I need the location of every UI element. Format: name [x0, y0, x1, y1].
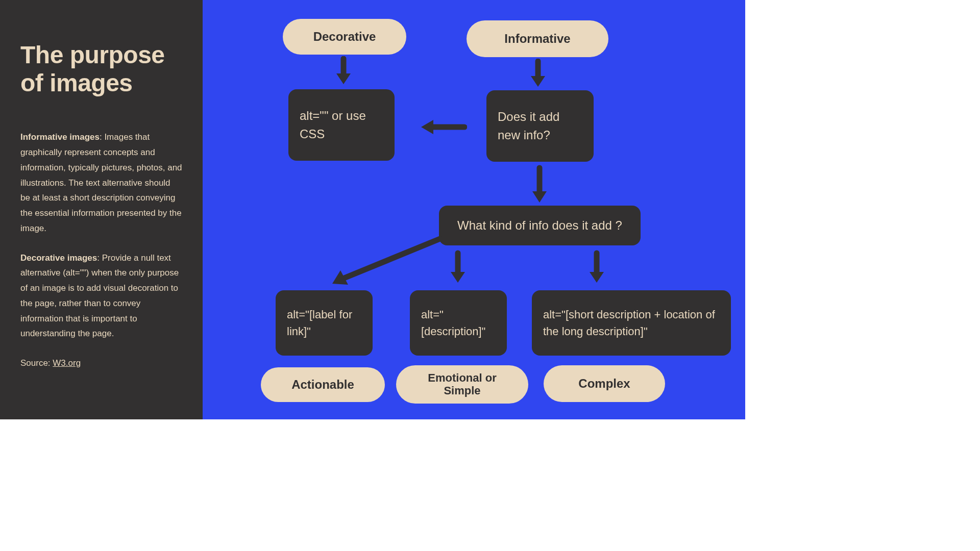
decorative-text: : Provide a null text alternative (alt="…: [20, 253, 179, 339]
arrow-down-icon: [448, 250, 468, 286]
box-actionable-alt: alt="[label for link]": [276, 290, 373, 356]
pill-emotional: Emotional or Simple: [396, 365, 528, 404]
box-complex-alt: alt="[short description + location of th…: [532, 290, 731, 356]
pill-complex: Complex: [544, 365, 665, 402]
decorative-label: Decorative images: [20, 253, 97, 263]
arrow-down-icon: [586, 250, 607, 286]
pill-actionable: Actionable: [261, 367, 385, 402]
decorative-paragraph: Decorative images: Provide a null text a…: [20, 251, 182, 342]
box-add-info: Does it add new info?: [486, 90, 594, 162]
informative-text: : Images that graphically represent conc…: [20, 132, 182, 233]
source-link[interactable]: W3.org: [53, 358, 81, 368]
pill-informative: Informative: [467, 20, 608, 57]
informative-label: Informative images: [20, 132, 100, 142]
informative-paragraph: Informative images: Images that graphica…: [20, 130, 182, 236]
arrow-left-icon: [416, 117, 467, 137]
source-label: Source:: [20, 358, 53, 368]
arrow-down-icon: [528, 59, 548, 89]
box-emotional-alt: alt="[description]": [410, 290, 507, 356]
source-paragraph: Source: W3.org: [20, 356, 182, 371]
box-what-kind: What kind of info does it add ?: [439, 206, 641, 245]
arrow-down-icon: [529, 165, 550, 206]
diagram-canvas: Decorative Informative alt="" or use CSS…: [203, 0, 745, 419]
sidebar: The purpose of images Informative images…: [0, 0, 203, 419]
arrow-diagonal-icon: [325, 234, 448, 290]
page-title: The purpose of images: [20, 41, 182, 97]
arrow-down-icon: [333, 56, 354, 87]
box-alt-empty: alt="" or use CSS: [288, 89, 395, 161]
svg-line-4: [340, 239, 440, 280]
pill-decorative: Decorative: [283, 19, 406, 55]
